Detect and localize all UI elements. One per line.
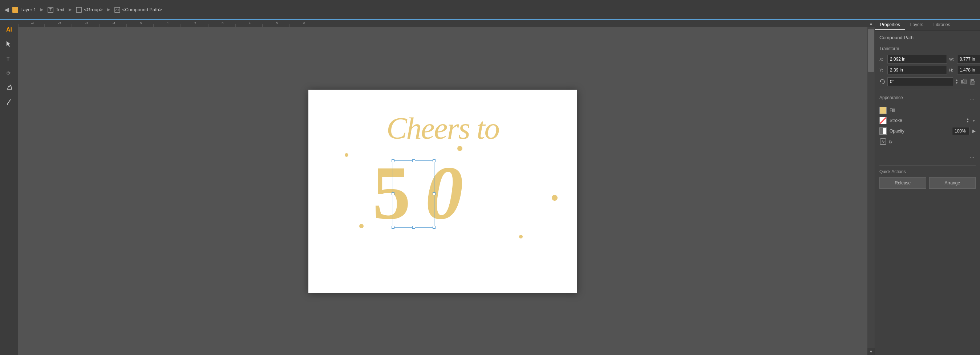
scroll-up-arrow[interactable]: ▲ (868, 20, 874, 27)
tab-libraries[interactable]: Libraries (928, 20, 955, 30)
flip-vertical-icon[interactable] (969, 78, 976, 85)
breadcrumb-layer1[interactable]: Layer 1 (12, 7, 36, 13)
ruler-top: -4 -3 -2 -1 0 1 2 3 (18, 20, 875, 27)
opacity-expand-arrow[interactable]: ▶ (972, 128, 976, 133)
design-container: Cheers to 5 0 (309, 90, 577, 293)
svg-text:3: 3 (221, 21, 223, 25)
number-50-area: 5 0 (369, 146, 503, 227)
stroke-stepper[interactable]: ▲ ▼ (966, 117, 969, 124)
tool-reshape[interactable]: ⟳ (3, 67, 16, 79)
artboard[interactable]: Cheers to 5 0 (309, 90, 577, 293)
stroke-down-arrow[interactable]: ▼ (966, 120, 969, 124)
top-bar: ◀ Layer 1 ▶ T Text ▶ <Group> ▶ CP <Compo… (0, 0, 980, 20)
svg-text:-4: -4 (31, 21, 34, 25)
w-input[interactable] (957, 55, 980, 63)
tool-select[interactable] (3, 37, 16, 51)
breadcrumb-compound-path[interactable]: CP <Compound Path> (115, 7, 162, 13)
stroke-row: Stroke ▲ ▼ ▼ (880, 117, 976, 124)
right-scrollbar[interactable]: ▲ ▼ (867, 20, 875, 355)
opacity-label: Opacity (889, 128, 949, 133)
w-label: W: (949, 57, 956, 61)
fill-label: Fill (889, 108, 976, 113)
second-menu-btn[interactable]: ··· (968, 153, 976, 162)
flip-horizontal-icon[interactable] (960, 78, 967, 85)
divider-2 (880, 149, 976, 149)
svg-text:T: T (49, 8, 52, 12)
svg-text:0: 0 (140, 21, 142, 25)
stroke-expand-arrow[interactable]: ▼ (972, 119, 976, 123)
rotation-stepper[interactable]: ▲ ▼ (955, 79, 958, 85)
y-input[interactable] (888, 66, 947, 74)
svg-rect-42 (970, 82, 974, 85)
breadcrumb-text[interactable]: T Text (48, 7, 64, 13)
dot-bottom-right (519, 235, 523, 238)
scroll-track[interactable] (867, 27, 875, 348)
fx-icon[interactable]: fx (880, 138, 887, 145)
tab-properties[interactable]: Properties (875, 20, 905, 30)
svg-marker-6 (6, 41, 11, 47)
breadcrumb-group[interactable]: <Group> (76, 7, 102, 13)
second-section-row: ··· (880, 153, 976, 162)
panel-content: Compound Path Transform X: W: Y: (875, 30, 980, 355)
w-transform-row: W: (949, 55, 980, 63)
compound-path-icon: CP (115, 7, 120, 13)
svg-rect-40 (970, 79, 974, 81)
svg-rect-37 (961, 80, 963, 84)
tool-pencil[interactable] (3, 95, 16, 109)
x-input[interactable] (888, 55, 947, 63)
svg-text:6: 6 (303, 21, 305, 25)
tool-illustrator-logo[interactable]: Ai (3, 23, 16, 36)
right-panel: Properties Layers Libraries Compound Pat… (875, 20, 980, 355)
compound-path-label: <Compound Path> (123, 7, 162, 12)
dot-right-mid (552, 195, 558, 201)
tool-pen[interactable] (3, 81, 16, 94)
scroll-thumb[interactable] (868, 29, 874, 72)
canvas-area[interactable]: -4 -3 -2 -1 0 1 2 3 (18, 20, 875, 355)
opacity-input[interactable] (952, 127, 969, 135)
number-50-svg: 5 0 (369, 146, 503, 226)
svg-rect-39 (964, 80, 967, 84)
stroke-label: Stroke (889, 118, 963, 123)
tool-type[interactable]: T (3, 52, 16, 65)
svg-marker-10 (7, 104, 8, 105)
appearance-header: Appearance (880, 95, 903, 100)
panel-tabs: Properties Layers Libraries (875, 20, 980, 30)
back-arrow[interactable]: ◀ (4, 6, 9, 13)
fx-row: fx fx (880, 138, 976, 145)
arrange-button[interactable]: Arrange (929, 177, 976, 189)
scroll-down-arrow[interactable]: ▼ (868, 348, 874, 355)
stroke-swatch[interactable] (880, 117, 887, 124)
svg-marker-36 (880, 81, 881, 82)
h-input[interactable] (957, 66, 980, 74)
svg-text:Cheers to: Cheers to (387, 111, 499, 145)
appearance-menu-btn[interactable]: ··· (968, 94, 976, 103)
text-label: Text (56, 7, 64, 12)
transform-section-header: Transform (880, 46, 976, 51)
svg-text:2: 2 (194, 21, 196, 25)
compound-path-title: Compound Path (880, 35, 976, 40)
dot-bottom-left (359, 224, 364, 228)
cheers-to-text: Cheers to (352, 106, 534, 146)
svg-text:-2: -2 (85, 21, 88, 25)
tab-layers[interactable]: Layers (905, 20, 928, 30)
fx-label: fx (889, 139, 892, 144)
fill-swatch[interactable] (880, 107, 887, 114)
appearance-section-row: Appearance ··· (880, 94, 976, 104)
release-button[interactable]: Release (880, 177, 926, 189)
sep3: ▶ (107, 7, 110, 12)
layer1-icon (12, 7, 18, 13)
sep1: ▶ (40, 7, 43, 12)
svg-text:T: T (6, 56, 10, 62)
svg-text:-1: -1 (113, 21, 116, 25)
rotation-input[interactable] (888, 77, 953, 86)
text-icon: T (48, 7, 53, 13)
left-tools-panel: Ai T ⟳ (0, 20, 18, 355)
main-layout: Ai T ⟳ (0, 20, 980, 355)
rotation-down-arrow[interactable]: ▼ (955, 82, 958, 85)
opacity-row: Opacity ▶ (880, 127, 976, 135)
sep2: ▶ (68, 7, 72, 12)
svg-text:5: 5 (373, 151, 411, 226)
layer1-label: Layer 1 (20, 7, 36, 12)
svg-line-9 (7, 100, 11, 104)
svg-text:CP: CP (115, 9, 119, 12)
